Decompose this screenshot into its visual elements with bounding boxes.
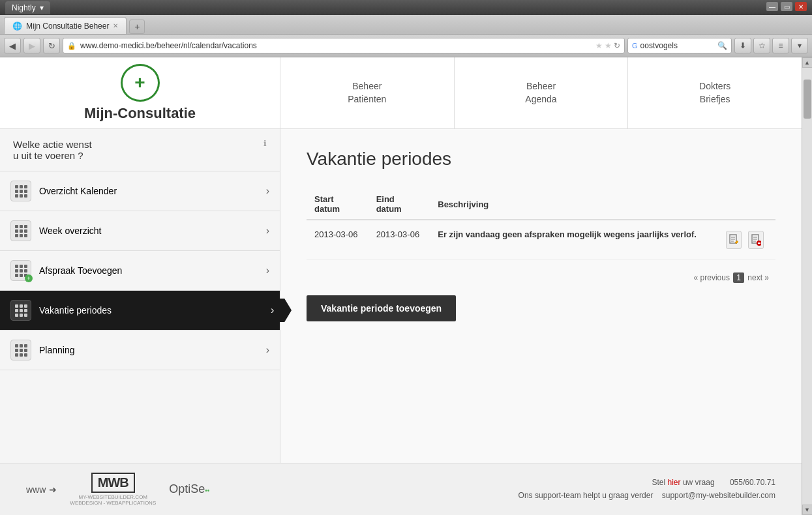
add-appointment-icon: + (10, 260, 31, 281)
menu-button[interactable]: ▾ (791, 38, 808, 53)
sidebar-arrow-afspraak-toevoegen: › (266, 265, 269, 276)
pagination: « previous 1 next » (307, 273, 775, 282)
action-icons (725, 229, 768, 250)
scroll-up-button[interactable]: ▲ (802, 57, 813, 68)
footer-www-text: www (26, 484, 46, 495)
sidebar-info-icon[interactable]: ℹ (263, 139, 267, 148)
col-start-datum: Startdatum (307, 189, 368, 220)
logo-area: + Mijn-Consultatie (0, 57, 280, 128)
download-button[interactable]: ⬇ (734, 38, 751, 53)
dropdown-icon: ▾ (40, 3, 44, 12)
tab-bar: 🌐 Mijn Consultatie Beheer ✕ + (0, 15, 812, 35)
actions-cell (717, 220, 775, 260)
nightly-label: Nightly (12, 3, 36, 12)
tools-button[interactable]: ≡ (772, 38, 789, 53)
calendar-overview-icon (10, 181, 31, 201)
site-footer: www ➜ MWB MY-WEBSITEBUILDER.COMWEBDESIGN… (0, 463, 802, 515)
sidebar-header: Welke actie wenstu uit te voeren ? ℹ (0, 129, 280, 171)
search-bar[interactable]: G oostvogels 🔍 (627, 38, 732, 53)
logo-text: Mijn-Consultatie (84, 105, 196, 122)
scroll-thumb[interactable] (804, 80, 811, 119)
tab-title: Mijn Consultatie Beheer (26, 22, 109, 31)
week-overview-icon (10, 220, 31, 241)
logo-plus-icon: + (134, 72, 145, 93)
delete-icon (748, 231, 764, 249)
nav-tab-dokters-briefjes[interactable]: DoktersBriefjes (628, 57, 802, 128)
vacation-table: Startdatum Einddatum Beschrijving 2013-0… (307, 189, 775, 260)
footer-support-line: Stel hier uw vraag 055/60.70.71 (519, 477, 775, 489)
sidebar-arrow-planning: › (266, 344, 269, 356)
previous-link[interactable]: « previous (694, 273, 730, 282)
search-text: oostvogels (640, 41, 678, 50)
tab-favicon: 🌐 (12, 22, 22, 31)
footer-phone: 055/60.70.71 (730, 478, 775, 487)
sidebar-item-afspraak-toevoegen[interactable]: + Afspraak Toevoegen › (0, 251, 280, 291)
mwb-subtext: MY-WEBSITEBUILDER.COMWEBDESIGN - WEBAPPL… (70, 494, 156, 506)
tab-close-icon[interactable]: ✕ (113, 22, 118, 29)
sidebar-arrow-overzicht-kalender: › (266, 185, 269, 197)
current-page: 1 (733, 272, 744, 283)
footer-www: www ➜ (26, 484, 57, 495)
sidebar-label-vakantie-periodes: Vakantie periodes (39, 305, 269, 316)
footer-contact: Stel hier uw vraag 055/60.70.71 Ons supp… (519, 477, 775, 501)
page: + Mijn-Consultatie BeheerPatiënten Behee… (0, 57, 802, 515)
edit-icon (726, 231, 742, 249)
scroll-down-button[interactable]: ▼ (802, 505, 813, 515)
sidebar-arrow-week-overzicht: › (266, 225, 269, 237)
footer-stel-text: Stel (652, 478, 668, 487)
browser-content: + Mijn-Consultatie BeheerPatiënten Behee… (0, 57, 802, 515)
refresh-button[interactable]: ↻ (43, 38, 60, 53)
bookmark-button[interactable]: ☆ (753, 38, 770, 53)
add-icon-badge: + (25, 274, 33, 282)
browser-content-wrapper: + Mijn-Consultatie BeheerPatiënten Behee… (0, 57, 812, 515)
edit-button[interactable] (725, 229, 743, 250)
sidebar-label-planning: Planning (39, 345, 266, 355)
minimize-button[interactable]: — (766, 2, 778, 11)
bookmark-icon-2[interactable]: ★ (605, 41, 612, 50)
add-vacation-button[interactable]: Vakantie periode toevoegen (307, 295, 456, 321)
back-button[interactable]: ◀ (4, 38, 21, 53)
footer-hier-link[interactable]: hier (668, 478, 681, 487)
address-bar[interactable]: 🔒 www.demo-medici.be/beheer/nl/calendar/… (63, 38, 625, 53)
footer-support-text: Ons support-team helpt u graag verder (519, 491, 654, 500)
sidebar-item-week-overzicht[interactable]: Week overzicht › (0, 211, 280, 251)
forward-button[interactable]: ▶ (23, 38, 40, 53)
planning-icon (10, 340, 31, 360)
address-security-icon: 🔒 (67, 42, 76, 50)
reload-icon[interactable]: ↻ (614, 41, 620, 50)
active-arrow-icon: › (271, 304, 274, 316)
table-row: 2013-03-06 2013-03-06 Er zijn vandaag ge… (307, 220, 775, 260)
footer-email: support@my-websitebuilder.com (662, 491, 775, 500)
footer-uw-vraag-text: uw vraag (683, 478, 715, 487)
nav-tab-beheer-patienten[interactable]: BeheerPatiënten (280, 57, 455, 128)
next-link[interactable]: next » (747, 273, 769, 282)
delete-button[interactable] (747, 229, 765, 250)
search-provider-icon: G (632, 42, 638, 50)
sidebar-item-planning[interactable]: Planning › (0, 331, 280, 370)
bookmark-icon[interactable]: ★ (595, 41, 603, 50)
vacation-periods-icon (10, 300, 31, 321)
new-tab-button[interactable]: + (129, 20, 145, 34)
browser-toolbar: ◀ ▶ ↻ 🔒 www.demo-medici.be/beheer/nl/cal… (0, 35, 812, 57)
sidebar-label-overzicht-kalender: Overzicht Kalender (39, 186, 266, 196)
search-icon[interactable]: 🔍 (717, 41, 727, 50)
scrollbar-vertical: ▲ ▼ (802, 57, 812, 515)
window-controls: — ▭ ✕ (766, 2, 807, 11)
close-button[interactable]: ✕ (795, 2, 807, 11)
footer-support-sub: Ons support-team helpt u graag verder su… (519, 490, 775, 502)
toolbar-right-buttons: ⬇ ☆ ≡ ▾ (734, 38, 808, 53)
col-actions (717, 189, 775, 220)
start-date-cell: 2013-03-06 (307, 220, 368, 260)
optise-dots: •• (205, 487, 209, 494)
nav-tab-beheer-agenda[interactable]: BeheerAgenda (455, 57, 629, 128)
page-title: Vakantie periodes (307, 149, 775, 169)
footer-arrow-icon: ➜ (49, 484, 57, 495)
sidebar-label-afspraak-toevoegen: Afspraak Toevoegen (39, 265, 266, 276)
maximize-button[interactable]: ▭ (781, 2, 792, 11)
active-tab[interactable]: 🌐 Mijn Consultatie Beheer ✕ (4, 17, 127, 34)
description-cell: Er zijn vandaag geen afspraken mogelijk … (430, 220, 717, 260)
sidebar-item-overzicht-kalender[interactable]: Overzicht Kalender › (0, 171, 280, 211)
logo-circle: + (121, 64, 160, 102)
sidebar-item-vakantie-periodes[interactable]: Vakantie periodes › (0, 291, 280, 331)
nightly-button[interactable]: Nightly ▾ (5, 1, 50, 14)
